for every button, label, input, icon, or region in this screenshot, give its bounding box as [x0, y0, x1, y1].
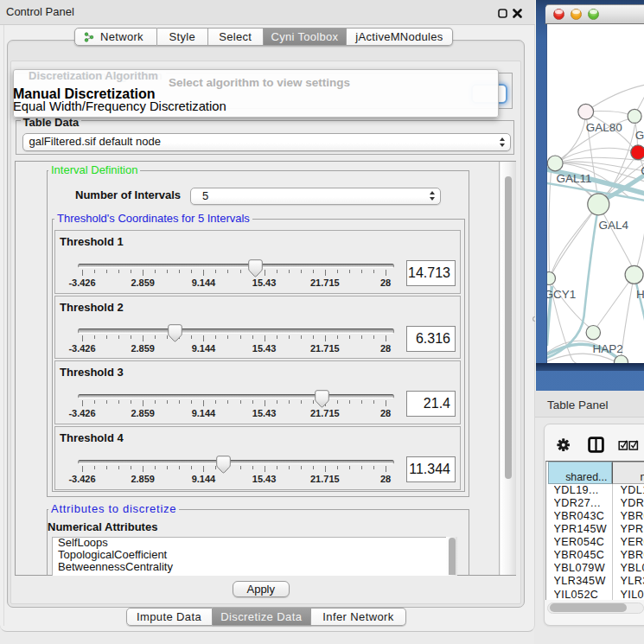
- svg-text:HAP2: HAP2: [592, 342, 622, 355]
- svg-text:GAL11: GAL11: [556, 172, 591, 185]
- svg-text:GCY1: GCY1: [547, 288, 576, 301]
- svg-text:GA: GA: [634, 129, 644, 142]
- svg-text:C: C: [641, 164, 644, 177]
- svg-text:GAL80: GAL80: [585, 121, 622, 134]
- svg-text:H: H: [636, 288, 644, 301]
- svg-text:GAL4: GAL4: [598, 219, 628, 232]
